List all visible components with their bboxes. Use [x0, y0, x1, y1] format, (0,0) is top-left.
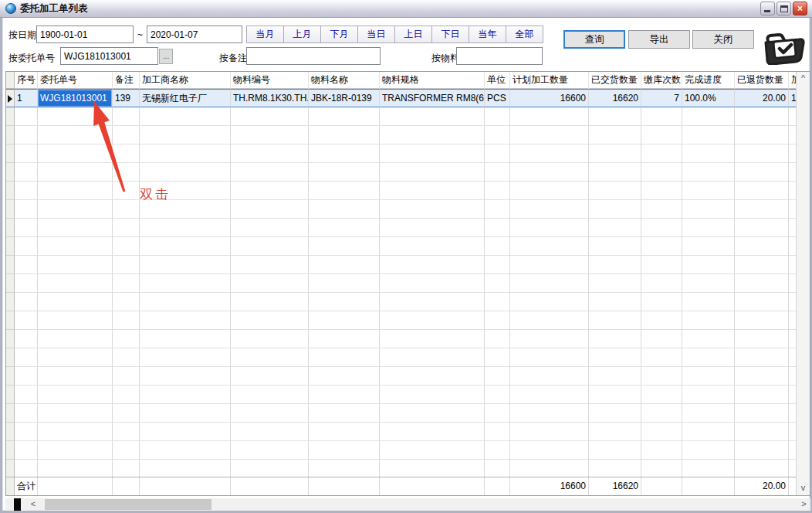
cell [309, 200, 380, 219]
vertical-scrollbar[interactable]: ^ v [796, 72, 810, 495]
date-to-input[interactable] [147, 25, 242, 43]
cell [15, 293, 38, 311]
minimize-button[interactable] [760, 2, 775, 15]
cell [682, 460, 735, 478]
cell [485, 200, 510, 219]
cell [589, 237, 641, 256]
cell [641, 348, 682, 367]
cell [113, 311, 140, 330]
quick-range-button-7[interactable]: 全部 [506, 25, 543, 43]
cell [589, 219, 641, 237]
column-header[interactable]: 物料编号 [231, 72, 309, 89]
cell[interactable]: 1 [15, 89, 38, 107]
scroll-left-icon[interactable]: < [22, 498, 44, 511]
cell [15, 404, 38, 423]
cell [231, 107, 309, 126]
quick-range-button-2[interactable]: 下月 [320, 25, 358, 43]
cell [485, 311, 510, 330]
cell[interactable]: 100.0% [682, 89, 735, 107]
cell[interactable]: TH.RM8.1K30.TH.( [231, 89, 309, 107]
horizontal-scrollbar[interactable]: < > [5, 498, 810, 511]
column-header[interactable]: 加工商名称 [140, 72, 231, 89]
order-no-input[interactable] [60, 47, 158, 65]
column-header[interactable]: 已交货数量 [589, 72, 641, 89]
cell[interactable]: 16600 [510, 89, 589, 107]
cell[interactable]: 无锡新红电子厂 [140, 89, 231, 107]
cell[interactable]: 16620 [589, 89, 641, 107]
cell [641, 126, 682, 144]
selected-cell[interactable]: WJG181013001 [38, 89, 113, 107]
cell [38, 126, 113, 144]
quick-range-button-1[interactable]: 上月 [283, 25, 321, 43]
cell[interactable]: 139 [113, 89, 140, 107]
cell [231, 367, 309, 386]
column-header[interactable]: 物料名称 [309, 72, 380, 89]
cell[interactable]: JBK-18R-0139 [309, 89, 380, 107]
empty-row [6, 126, 797, 144]
column-header[interactable]: 已退货数量 [735, 72, 789, 89]
quick-range-button-0[interactable]: 当月 [246, 25, 284, 43]
column-header[interactable]: 完成进度 [682, 72, 735, 89]
column-header[interactable]: 物料规格 [380, 72, 485, 89]
maximize-button[interactable] [776, 2, 791, 15]
date-from-input[interactable] [36, 25, 134, 43]
row-indicator [6, 423, 15, 441]
cell [140, 237, 231, 256]
scroll-down-icon[interactable]: v [797, 481, 810, 495]
cell [15, 423, 38, 441]
material-input[interactable] [456, 47, 543, 65]
empty-row [6, 200, 797, 219]
cell [510, 441, 589, 460]
column-header[interactable]: 缴库次数 [641, 72, 682, 89]
scroll-right-icon[interactable]: > [797, 498, 810, 511]
cell [140, 274, 231, 293]
cell [589, 348, 641, 367]
cell[interactable]: TRANSFORMER RM8(6 [380, 89, 485, 107]
cell [380, 237, 485, 256]
quick-range-button-5[interactable]: 下日 [431, 25, 469, 43]
cell[interactable]: 7 [641, 89, 682, 107]
column-header[interactable]: 单位 [485, 72, 510, 89]
remark-input[interactable] [246, 47, 381, 65]
query-button[interactable]: 查询 [563, 30, 625, 49]
close-button[interactable]: × [793, 2, 807, 15]
cell [15, 163, 38, 182]
cell [485, 348, 510, 367]
cell [231, 404, 309, 423]
quick-range-button-4[interactable]: 上日 [394, 25, 432, 43]
cell [641, 293, 682, 311]
quick-range-button-3[interactable]: 当日 [357, 25, 395, 43]
empty-row [6, 293, 797, 311]
cell[interactable]: 20.00 [735, 89, 789, 107]
empty-row [6, 274, 797, 293]
cell [510, 163, 589, 182]
cell [15, 256, 38, 274]
row-indicator [6, 348, 15, 367]
cell [510, 348, 589, 367]
horizontal-scrollbar-thumb[interactable] [45, 499, 211, 510]
quick-range-button-6[interactable]: 当年 [469, 25, 506, 43]
scroll-up-icon[interactable]: ^ [797, 72, 810, 86]
cell [113, 477, 140, 495]
cell [113, 182, 140, 200]
column-header[interactable]: 委托单号 [38, 72, 113, 89]
cell[interactable]: PCS [485, 89, 510, 107]
cell [589, 404, 641, 423]
cell [231, 386, 309, 404]
cell [140, 107, 231, 126]
cell [140, 219, 231, 237]
column-header[interactable]: 计划加工数量 [510, 72, 589, 89]
order-no-browse-button[interactable]: ... [159, 49, 173, 64]
cell [380, 477, 485, 495]
export-button[interactable]: 导出 [628, 30, 690, 49]
cell [309, 126, 380, 144]
column-header[interactable]: 序号 [15, 72, 38, 89]
folder-check-icon[interactable] [761, 32, 807, 65]
cell [113, 107, 140, 126]
cell [309, 330, 380, 348]
close-window-button[interactable]: 关闭 [692, 30, 754, 49]
cell [589, 386, 641, 404]
cell [113, 237, 140, 256]
column-header[interactable]: 备注 [113, 72, 140, 89]
row-indicator [6, 126, 15, 144]
